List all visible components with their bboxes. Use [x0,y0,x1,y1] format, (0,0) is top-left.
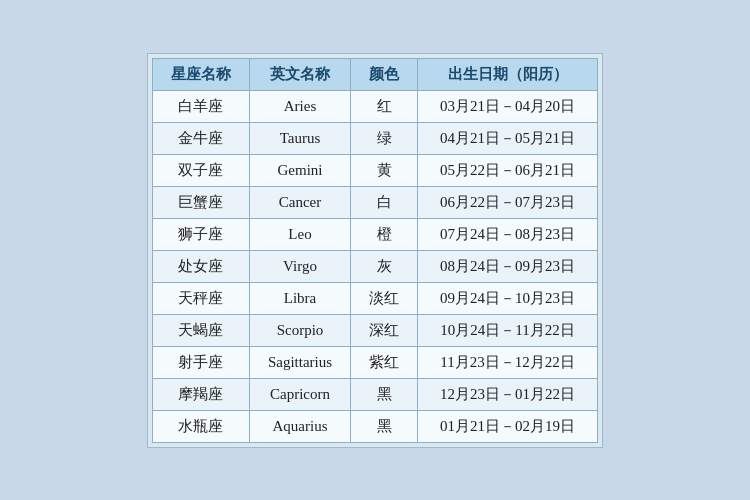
cell-color: 黑 [351,378,418,410]
cell-color: 紫红 [351,346,418,378]
cell-zh: 天蝎座 [152,314,249,346]
cell-zh: 狮子座 [152,218,249,250]
cell-color: 黑 [351,410,418,442]
cell-date: 05月22日－06月21日 [418,154,598,186]
cell-date: 09月24日－10月23日 [418,282,598,314]
table-row: 水瓶座Aquarius黑01月21日－02月19日 [152,410,597,442]
cell-en: Cancer [249,186,350,218]
cell-en: Taurus [249,122,350,154]
cell-en: Capricorn [249,378,350,410]
cell-date: 04月21日－05月21日 [418,122,598,154]
table-row: 处女座Virgo灰08月24日－09月23日 [152,250,597,282]
cell-zh: 金牛座 [152,122,249,154]
cell-color: 红 [351,90,418,122]
cell-date: 03月21日－04月20日 [418,90,598,122]
cell-color: 白 [351,186,418,218]
zodiac-table: 星座名称 英文名称 颜色 出生日期（阳历） 白羊座Aries红03月21日－04… [152,58,598,443]
cell-en: Aquarius [249,410,350,442]
table-body: 白羊座Aries红03月21日－04月20日金牛座Taurus绿04月21日－0… [152,90,597,442]
header-zh: 星座名称 [152,58,249,90]
cell-en: Leo [249,218,350,250]
cell-en: Virgo [249,250,350,282]
cell-date: 11月23日－12月22日 [418,346,598,378]
cell-zh: 射手座 [152,346,249,378]
cell-zh: 双子座 [152,154,249,186]
cell-date: 06月22日－07月23日 [418,186,598,218]
cell-color: 深红 [351,314,418,346]
table-header-row: 星座名称 英文名称 颜色 出生日期（阳历） [152,58,597,90]
cell-date: 07月24日－08月23日 [418,218,598,250]
table-row: 金牛座Taurus绿04月21日－05月21日 [152,122,597,154]
header-date: 出生日期（阳历） [418,58,598,90]
table-row: 狮子座Leo橙07月24日－08月23日 [152,218,597,250]
cell-zh: 天秤座 [152,282,249,314]
cell-zh: 处女座 [152,250,249,282]
header-en: 英文名称 [249,58,350,90]
cell-zh: 巨蟹座 [152,186,249,218]
cell-color: 绿 [351,122,418,154]
cell-en: Gemini [249,154,350,186]
cell-en: Scorpio [249,314,350,346]
table-row: 白羊座Aries红03月21日－04月20日 [152,90,597,122]
cell-date: 10月24日－11月22日 [418,314,598,346]
cell-color: 橙 [351,218,418,250]
table-row: 射手座Sagittarius紫红11月23日－12月22日 [152,346,597,378]
cell-color: 灰 [351,250,418,282]
cell-en: Aries [249,90,350,122]
cell-color: 黄 [351,154,418,186]
cell-date: 01月21日－02月19日 [418,410,598,442]
cell-color: 淡红 [351,282,418,314]
cell-date: 08月24日－09月23日 [418,250,598,282]
cell-date: 12月23日－01月22日 [418,378,598,410]
table-row: 天蝎座Scorpio深红10月24日－11月22日 [152,314,597,346]
table-row: 巨蟹座Cancer白06月22日－07月23日 [152,186,597,218]
table-row: 天秤座Libra淡红09月24日－10月23日 [152,282,597,314]
cell-en: Libra [249,282,350,314]
cell-zh: 摩羯座 [152,378,249,410]
header-color: 颜色 [351,58,418,90]
cell-zh: 水瓶座 [152,410,249,442]
table-row: 摩羯座Capricorn黑12月23日－01月22日 [152,378,597,410]
cell-zh: 白羊座 [152,90,249,122]
table-row: 双子座Gemini黄05月22日－06月21日 [152,154,597,186]
zodiac-table-container: 星座名称 英文名称 颜色 出生日期（阳历） 白羊座Aries红03月21日－04… [147,53,603,448]
cell-en: Sagittarius [249,346,350,378]
